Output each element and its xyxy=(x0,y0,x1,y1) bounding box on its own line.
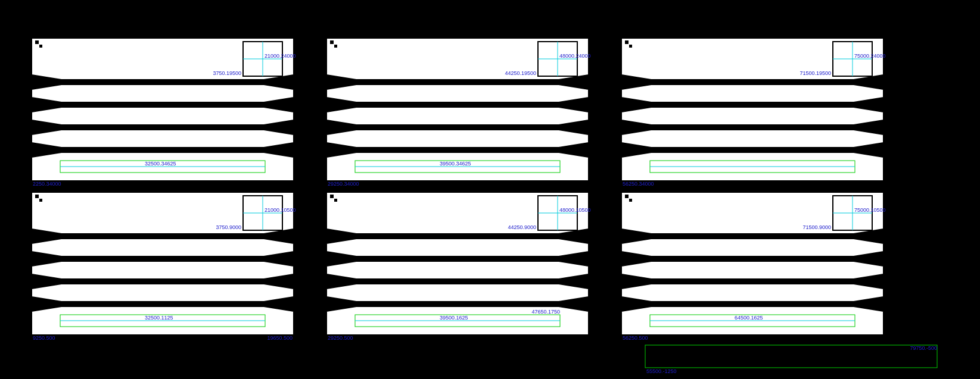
svg-rect-6 xyxy=(334,45,337,48)
svg-rect-20 xyxy=(330,195,334,198)
coord-label: 79750.-500 xyxy=(910,345,937,351)
panel: 21000.105003750.900032500.11259250.50019… xyxy=(32,192,296,341)
svg-rect-1 xyxy=(39,45,42,48)
coord-label: 32500.34625 xyxy=(145,161,176,167)
coord-label: 44250.9000 xyxy=(508,224,536,230)
panel: 48000.2400044250.1950039500.3462529250.3… xyxy=(326,38,591,187)
coord-label: 75000.24000 xyxy=(854,53,886,59)
coord-label: 71500.9000 xyxy=(802,224,831,230)
panel: 21000.240003750.1950032500.346252250.340… xyxy=(32,38,296,187)
panel: 48000.1050044250.900039500.162547650.175… xyxy=(326,192,591,341)
coord-label: 75000.10500 xyxy=(854,207,886,213)
coord-label: 29250.34000 xyxy=(328,181,359,187)
svg-rect-21 xyxy=(334,199,337,202)
coord-label: 48000.24000 xyxy=(559,53,591,59)
panel: 75000.1050071500.900064500.162556250.500 xyxy=(621,192,886,341)
coord-label: 21000.10500 xyxy=(265,207,296,213)
svg-rect-11 xyxy=(629,45,632,48)
coord-label: 39500.1625 xyxy=(440,315,468,321)
svg-rect-5 xyxy=(330,40,334,44)
coord-label: 47650.1750 xyxy=(531,309,560,315)
coord-label: 48000.10500 xyxy=(559,207,591,213)
loose-box xyxy=(645,345,937,368)
coord-label: 44250.19500 xyxy=(505,70,536,76)
coord-label: 56250.34000 xyxy=(623,181,654,187)
coord-label: 29250.500 xyxy=(328,335,353,341)
svg-rect-10 xyxy=(625,40,629,44)
coord-label: 3750.9000 xyxy=(216,224,241,230)
coord-label: 3750.19500 xyxy=(213,70,241,76)
coord-label: 39500.34625 xyxy=(440,161,471,167)
coord-label: 71500.19500 xyxy=(799,70,831,76)
coord-label: 19650.500 xyxy=(267,335,293,341)
cad-sheet: 21000.240003750.1950032500.346252250.340… xyxy=(0,0,980,379)
coord-label: 21000.24000 xyxy=(265,53,296,59)
coord-label: 56250.500 xyxy=(623,335,648,341)
panel: 75000.2400071500.1950056250.34000 xyxy=(621,38,886,187)
coord-label: 2250.34000 xyxy=(33,181,61,187)
coord-label: 32500.1125 xyxy=(145,315,173,321)
svg-rect-0 xyxy=(35,40,39,44)
coord-label: 64500.1625 xyxy=(735,315,763,321)
svg-rect-16 xyxy=(39,199,42,202)
svg-rect-26 xyxy=(629,199,632,202)
svg-rect-25 xyxy=(625,195,629,198)
svg-rect-15 xyxy=(35,195,39,198)
coord-label: 9250.500 xyxy=(33,335,55,341)
coord-label: 55500.-1250 xyxy=(646,368,677,374)
